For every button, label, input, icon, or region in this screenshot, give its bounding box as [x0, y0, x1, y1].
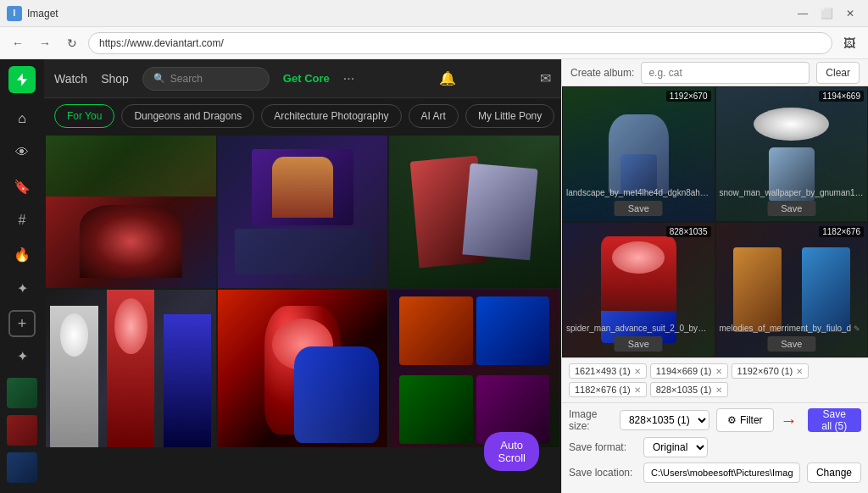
right-panel: Create album: Clear 1192×670 landscape_b… — [561, 59, 868, 493]
search-bar[interactable]: 🔍 Search — [142, 67, 270, 91]
sidebar-thumb-3[interactable] — [7, 452, 37, 483]
preview-dims-3: 828×1035 — [666, 226, 711, 237]
nav-watch[interactable]: Watch — [54, 72, 87, 86]
maximize-button[interactable]: ⬜ — [815, 4, 837, 23]
tag-for-you[interactable]: For You — [54, 104, 114, 128]
sidebar-ai-icon[interactable]: ✦ — [7, 341, 37, 371]
sidebar-add-button[interactable]: + — [8, 310, 36, 337]
tag-dungeons[interactable]: Dungeons and Dragons — [121, 104, 254, 128]
sidebar-home-icon[interactable]: ⌂ — [7, 103, 37, 134]
tag-architecture[interactable]: Architecture Photography — [261, 104, 401, 128]
change-button[interactable]: Change — [807, 463, 861, 483]
da-header: Watch Shop 🔍 Search Get Core ··· 🔔 ✉ — [44, 59, 561, 98]
preview-save-button-3[interactable]: Save — [615, 336, 663, 352]
album-input[interactable] — [641, 62, 810, 84]
preview-name-3: spider_man_advance_suit_2_0_by_d ✎ — [566, 324, 711, 333]
image-previews: 1192×670 landscape_by_met4lhe4d_dgkn8ah-… — [562, 86, 868, 357]
titlebar: I Imaget — ⬜ ✕ — [0, 0, 868, 27]
sidebar-star-icon[interactable]: ✦ — [7, 273, 37, 303]
image-size-label: Image size: — [569, 408, 613, 432]
minimize-button[interactable]: — — [792, 4, 814, 23]
image-size-select[interactable]: 828×1035 (1) — [620, 410, 709, 430]
filter-button[interactable]: ⚙ Filter — [716, 408, 774, 432]
notification-icon[interactable]: 🔔 — [439, 70, 456, 86]
app-icon: I — [7, 6, 22, 21]
more-button[interactable]: ··· — [343, 71, 354, 86]
browser-bar: ← → ↻ 🖼 — [0, 27, 868, 59]
save-format-row: Save format: Original — [569, 437, 861, 457]
sidebar-trending-icon[interactable]: 🔥 — [7, 239, 37, 269]
size-tag-remove-1[interactable]: ✕ — [715, 367, 722, 376]
get-core-link[interactable]: Get Core — [283, 72, 330, 85]
edit-icon-4[interactable]: ✎ — [854, 324, 860, 333]
grid-item-1[interactable] — [46, 136, 216, 288]
message-icon[interactable]: ✉ — [540, 70, 551, 86]
filter-icon: ⚙ — [727, 414, 737, 426]
tag-ai-art[interactable]: AI Art — [409, 104, 459, 128]
grid-item-3[interactable] — [389, 136, 559, 288]
preview-dims-1: 1192×670 — [666, 91, 711, 102]
search-icon: 🔍 — [153, 73, 165, 84]
preview-save-button-1[interactable]: Save — [615, 201, 663, 216]
save-format-label: Save format: — [569, 441, 637, 453]
clear-button[interactable]: Clear — [816, 62, 860, 84]
size-tag-1: 1194×669 (1) ✕ — [650, 363, 728, 379]
file-location-label: Save location: — [569, 467, 637, 479]
size-tag-2: 1192×670 (1) ✕ — [732, 363, 810, 379]
preview-item-4: 1182×676 melodies_of_merriment_by_fiulo_… — [715, 222, 869, 357]
imaget-icon[interactable]: 🖼 — [837, 32, 861, 54]
album-label: Create album: — [570, 67, 634, 79]
size-tag-remove-4[interactable]: ✕ — [715, 385, 722, 395]
back-button[interactable]: ← — [7, 32, 29, 54]
nav-shop[interactable]: Shop — [101, 72, 129, 86]
size-tag-remove-3[interactable]: ✕ — [634, 385, 641, 395]
search-placeholder: Search — [170, 73, 203, 85]
size-tag-0: 1621×493 (1) ✕ — [569, 363, 647, 379]
filter-label: Filter — [740, 414, 763, 426]
sidebar-thumb-1[interactable] — [7, 378, 37, 408]
da-logo[interactable] — [8, 66, 36, 93]
save-all-button[interactable]: Save all (5) — [808, 408, 861, 432]
preview-dims-4: 1182×676 — [819, 226, 864, 237]
file-location-input[interactable] — [643, 463, 800, 483]
size-tag-remove-0[interactable]: ✕ — [634, 367, 641, 376]
da-content: Watch Shop 🔍 Search Get Core ··· 🔔 ✉ For… — [44, 59, 561, 493]
size-tag-4: 828×1035 (1) ✕ — [650, 382, 728, 397]
refresh-button[interactable]: ↻ — [61, 32, 83, 54]
sidebar-bookmark-icon[interactable]: 🔖 — [7, 171, 37, 202]
da-image-grid — [44, 134, 561, 447]
size-tag-3: 1182×676 (1) ✕ — [569, 382, 647, 397]
preview-save-button-4[interactable]: Save — [767, 336, 815, 352]
preview-dims-2: 1194×669 — [819, 91, 864, 102]
app-title: Imaget — [27, 8, 792, 19]
arrow-indicator: → — [781, 411, 798, 430]
album-bar: Create album: Clear — [562, 59, 868, 86]
bottom-controls: Image size: 828×1035 (1) ⚙ Filter → Save… — [562, 402, 868, 493]
preview-name-4: melodies_of_merriment_by_fiulo_d ✎ — [720, 324, 865, 333]
preview-item-1: 1192×670 landscape_by_met4lhe4d_dgkn8ah-… — [562, 86, 715, 222]
auto-scroll-button[interactable]: Auto Scroll — [484, 432, 539, 471]
preview-name-2: snow_man_wallpaper_by_gnuman1 ✎ — [720, 188, 865, 197]
window-controls: — ⬜ ✕ — [792, 4, 861, 23]
close-button[interactable]: ✕ — [839, 4, 861, 23]
tags-strip: 1621×493 (1) ✕ 1194×669 (1) ✕ 1192×670 (… — [562, 357, 868, 402]
url-input[interactable] — [88, 32, 832, 54]
forward-button[interactable]: → — [34, 32, 56, 54]
preview-item-2: 1194×669 snow_man_wallpaper_by_gnuman1 ✎… — [715, 86, 869, 222]
da-tags-bar: For You Dungeons and Dragons Architectur… — [44, 98, 561, 134]
grid-item-4[interactable] — [46, 290, 216, 447]
edit-icon-3[interactable]: ✎ — [709, 324, 710, 333]
grid-item-2[interactable] — [218, 136, 388, 288]
save-format-select[interactable]: Original — [643, 437, 708, 457]
sidebar-watch-icon[interactable]: 👁 — [7, 137, 37, 168]
preview-item-3: 828×1035 spider_man_advance_suit_2_0_by_… — [562, 222, 715, 357]
da-sidebar: ⌂ 👁 🔖 # 🔥 ✦ + ✦ — [0, 59, 44, 493]
preview-save-button-2[interactable]: Save — [767, 201, 815, 216]
main-layout: ⌂ 👁 🔖 # 🔥 ✦ + ✦ Watch Shop 🔍 Search Get … — [0, 59, 868, 493]
sidebar-thumb-2[interactable] — [7, 415, 37, 446]
grid-item-5[interactable] — [218, 290, 388, 447]
grid-item-6[interactable] — [389, 290, 559, 447]
size-tag-remove-2[interactable]: ✕ — [796, 367, 803, 376]
tag-my-little-pony[interactable]: My Little Pony — [465, 104, 554, 128]
sidebar-tag-icon[interactable]: # — [7, 205, 37, 235]
